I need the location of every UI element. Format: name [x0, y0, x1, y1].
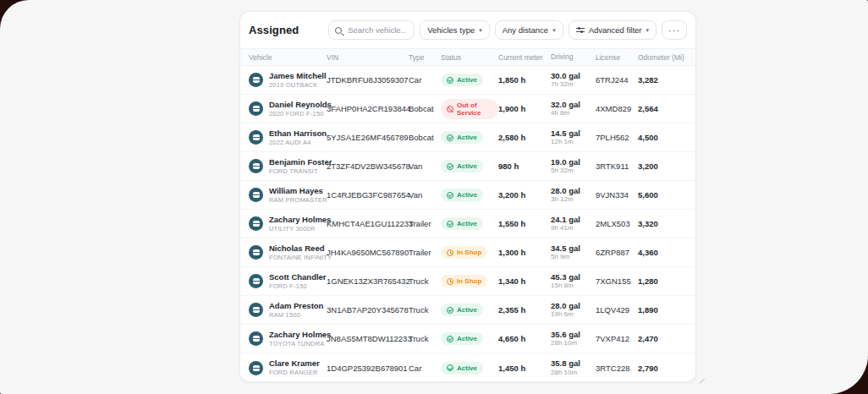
- search-input[interactable]: [346, 25, 408, 36]
- distance-filter-button[interactable]: Any distance ▾: [495, 20, 563, 40]
- license-cell: 2MLX503: [596, 219, 638, 228]
- status-badge: In Shop: [441, 246, 487, 259]
- table-row[interactable]: Clare Kramer FORD RANGER 1D4GP25392B6789…: [240, 353, 695, 382]
- odometer-cell: 5,600: [638, 190, 687, 200]
- current-meter-cell: 3,200 h: [498, 190, 551, 200]
- driving-cell: 45.3 gal 15h 8m: [551, 272, 596, 291]
- vehicle-avatar-icon: [249, 188, 263, 202]
- driver-name: Daniel Reynolds: [269, 100, 327, 110]
- advanced-filter-button[interactable]: Advanced filter ▾: [569, 20, 656, 40]
- search-box[interactable]: [328, 20, 415, 40]
- fuel-value: 28.0 gal: [551, 301, 596, 311]
- status-cell: Active: [441, 304, 498, 316]
- license-cell: 6TRJ244: [596, 75, 638, 85]
- fuel-value: 14.5 gal: [551, 129, 596, 139]
- driver-name: Ethan Harrison: [269, 129, 327, 139]
- fuel-value: 28.0 gal: [551, 186, 596, 196]
- odometer-cell: 3,200: [638, 161, 687, 171]
- status-cell: Active: [441, 217, 498, 230]
- status-icon: [447, 278, 453, 285]
- current-meter-cell: 1,340 h: [498, 276, 551, 286]
- table-row[interactable]: Ethan Harrison 2022 AUDI A4 5YJSA1E26MF4…: [240, 123, 695, 152]
- table-row[interactable]: Nicholas Reed FONTAINE INFINITY JH4KA965…: [240, 238, 695, 267]
- status-cell: Active: [441, 74, 498, 86]
- status-label: Active: [457, 134, 477, 141]
- status-label: Active: [457, 220, 477, 227]
- vehicle-avatar-icon: [249, 130, 263, 145]
- vehicle-model: TOYOTA TUNDRA: [269, 340, 327, 347]
- driving-cell: 30.0 gal 7h 32m: [551, 71, 596, 90]
- driving-cell: 14.5 gal 12h 1m: [551, 129, 596, 147]
- driving-cell: 34.5 gal 5h 9m: [551, 244, 596, 262]
- status-label: Out of Service: [457, 101, 492, 117]
- vehicle-avatar-icon: [249, 274, 263, 288]
- odometer-cell: 4,360: [638, 248, 687, 257]
- license-cell: 1LQV429: [596, 305, 638, 315]
- odometer-cell: 2,470: [638, 334, 687, 343]
- status-cell: In Shop: [441, 275, 498, 287]
- vin-cell: JN8AS5MT8DW112233: [327, 334, 409, 343]
- type-cell: Bobcat: [409, 133, 441, 142]
- driver-name: Zachary Holmes: [269, 215, 327, 225]
- more-options-button[interactable]: ···: [662, 20, 687, 40]
- drive-time: 28h 10m: [551, 369, 596, 377]
- license-cell: 9VJN334: [596, 190, 638, 200]
- driving-cell: 19.0 gal 5h 32m: [551, 157, 596, 176]
- status-icon: [447, 364, 453, 371]
- type-cell: Truck: [409, 334, 441, 343]
- driving-cell: 32.0 gal 4h 8m: [551, 100, 596, 118]
- status-badge: Active: [441, 131, 483, 144]
- status-cell: Active: [441, 131, 498, 144]
- type-cell: Truck: [409, 276, 441, 286]
- vehicle-avatar-icon: [249, 361, 263, 375]
- table-row[interactable]: Benjamin Foster FORD TRANSIT 2T3ZF4DV2BW…: [240, 152, 695, 181]
- status-badge: Active: [441, 160, 483, 172]
- status-cell: Out of Service: [441, 99, 498, 119]
- odometer-cell: 1,280: [638, 276, 687, 286]
- odometer-cell: 2,790: [638, 364, 687, 373]
- table-row[interactable]: Adam Preston RAM 1500 3N1AB7AP20Y345678 …: [240, 296, 695, 325]
- type-cell: Car: [409, 364, 441, 373]
- column-header-driving: Driving: [551, 52, 596, 62]
- search-icon: [335, 27, 342, 34]
- vehicle-cell: Benjamin Foster FORD TRANSIT: [249, 157, 327, 175]
- status-label: Active: [457, 162, 477, 170]
- vehicle-cell: Daniel Reynolds 2020 FORD F-150: [249, 100, 327, 118]
- drive-time: 9h 41m: [551, 224, 596, 233]
- vin-cell: 1D4GP25392B678901: [327, 364, 409, 373]
- driver-name: Clare Kramer: [269, 358, 320, 369]
- table-row[interactable]: William Hayes RAM PROMASTER 1C4RJEBG3FC9…: [240, 181, 695, 210]
- chevron-down-icon: ▾: [479, 27, 482, 33]
- status-label: In Shop: [457, 277, 481, 285]
- status-badge: Active: [441, 74, 483, 86]
- status-cell: In Shop: [441, 246, 498, 259]
- table-row[interactable]: Scott Chandler FORD F-150 1GNEK13ZX3R765…: [240, 267, 695, 296]
- table-body: James Mitchell 2019 OUTBACK JTDKBRFU8J30…: [240, 66, 695, 382]
- type-cell: Car: [409, 75, 441, 85]
- vehicles-type-filter-button[interactable]: Vehicles type ▾: [420, 20, 490, 40]
- driving-cell: 28.0 gal 19h 6m: [551, 301, 596, 320]
- vehicle-cell: William Hayes RAM PROMASTER: [249, 186, 327, 204]
- table-row[interactable]: Zachary Holmes TOYOTA TUNDRA JN8AS5MT8DW…: [240, 325, 695, 353]
- drive-time: 28h 10m: [551, 339, 596, 347]
- column-header-vin: VIN: [327, 53, 409, 62]
- fuel-value: 34.5 gal: [551, 244, 596, 254]
- drive-time: 4h 8m: [551, 109, 596, 118]
- fuel-value: 19.0 gal: [551, 157, 596, 167]
- table-row[interactable]: Daniel Reynolds 2020 FORD F-150 3FAHP0HA…: [240, 95, 695, 123]
- vin-cell: 5YJSA1E26MF456789: [327, 133, 409, 142]
- status-cell: Active: [441, 332, 498, 345]
- license-cell: 6ZRP887: [596, 248, 638, 257]
- advanced-filter-label: Advanced filter: [589, 25, 642, 35]
- status-icon: [447, 307, 453, 314]
- table-row[interactable]: James Mitchell 2019 OUTBACK JTDKBRFU8J30…: [240, 66, 695, 95]
- table-row[interactable]: Zachary Holmes UTILITY 3000R KMHCT4AE1GU…: [240, 210, 695, 238]
- table-header-row: Vehicle VIN Type Status Current meter Dr…: [240, 48, 695, 66]
- vehicle-cell: Ethan Harrison 2022 AUDI A4: [249, 129, 327, 146]
- driving-cell: 28.0 gal 3h 12m: [551, 186, 596, 205]
- status-cell: Active: [441, 189, 498, 201]
- type-cell: Van: [409, 190, 441, 200]
- fuel-value: 35.8 gal: [551, 358, 596, 369]
- vin-cell: 1GNEK13ZX3R765432: [327, 276, 409, 286]
- vehicle-model: 2019 OUTBACK: [269, 81, 327, 89]
